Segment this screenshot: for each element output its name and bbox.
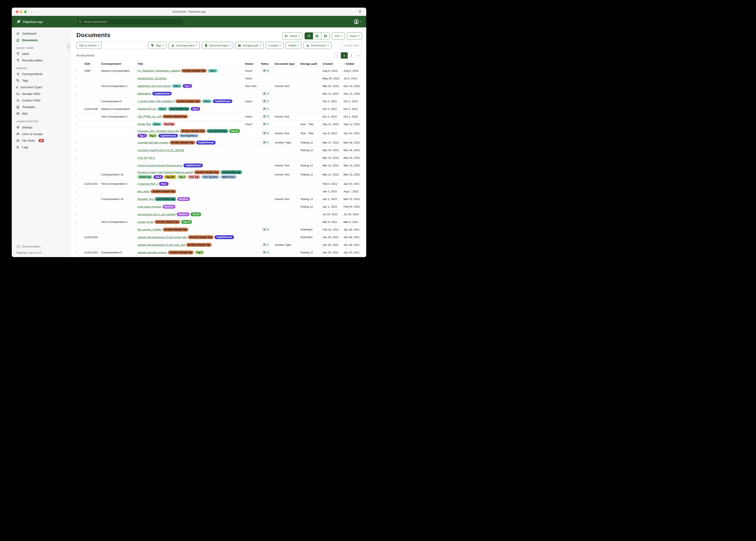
row-checkbox[interactable] [76,251,77,254]
tag-chip[interactable]: Tag 2 [159,182,169,186]
tag-chip[interactable]: Another Sample Tag [186,243,212,247]
storage-path-cell[interactable]: Testing 12 [300,205,322,208]
notes-badge[interactable]: 1 [261,140,271,145]
document-title-link[interactable]: simple txt file [137,221,154,224]
share-icon[interactable] [358,10,362,13]
notes-badge[interactable]: 4 [261,250,271,255]
row-checkbox[interactable] [76,221,77,224]
title-content-filter-input[interactable] [102,42,146,49]
sidebar-item-inbox[interactable]: Inbox [12,51,71,57]
row-checkbox[interactable] [76,100,77,103]
pagination-page-2[interactable]: 2 [348,52,355,59]
notes-badge[interactable]: 1 [261,92,271,96]
tag-chip[interactable]: Another Sample Tag [194,170,220,174]
correspondent-cell[interactable]: Correspondent 14 [101,173,137,176]
document-title-link[interactable]: 2011 BP Pie 2 [137,156,155,159]
tag-chip[interactable]: Just another tag [168,107,190,111]
document-title-link[interactable]: sample-pdf-download-10-mb-longer-title [137,236,187,239]
minimize-window-button[interactable] [20,11,22,13]
tag-chip[interactable]: Inbox [172,84,182,88]
column-header-notes[interactable]: Notes [261,62,274,65]
tag-chip[interactable]: TagWithPartial [152,92,172,96]
correspondent-cell[interactable]: Newest Correspondent [101,107,137,111]
tag-chip[interactable]: Tag 3 [148,134,157,138]
storage-path-cell[interactable]: Testing 12 [300,164,322,167]
storage-path-cell[interactable]: Testing 12 [300,173,322,176]
tag-chip[interactable]: Another Sample Tag [181,69,207,73]
document-title-link[interactable]: A Sample PDF 2 [137,182,158,185]
document-type-cell[interactable]: Another Type [275,243,299,247]
tag-chip[interactable]: NewOne [177,197,190,201]
tag-chip[interactable]: Another Sample Tag [188,235,213,239]
tag-chip[interactable]: Another Sample Tag [155,220,180,224]
tag-chip[interactable]: Tag 2 [154,175,163,179]
tag-chip[interactable]: Inbox [157,107,167,111]
sort-button[interactable]: Sort ▾ [332,32,345,39]
tag-chip[interactable]: Tag 12 [229,129,240,133]
column-header-title[interactable]: Title [137,62,244,65]
row-checkbox[interactable] [76,173,77,176]
sort-direction-icon[interactable]: ↑ [344,62,345,65]
user-menu[interactable]: ▾ [354,19,361,24]
notes-badge[interactable]: 1 [261,107,271,111]
notes-badge[interactable]: 5 [261,228,271,232]
column-header-added[interactable]: ↑Added [344,62,362,65]
sidebar-item-logs[interactable]: Logs [12,144,71,151]
correspondent-cell[interactable]: Newest Correspondent [101,69,137,72]
storage-path-cell[interactable]: Testing 12 [300,251,322,254]
tag-chip[interactable]: Tag 3 [177,175,187,179]
row-checkbox[interactable] [76,236,77,239]
document-title-link[interactable]: 1 Testing New Title Updated 2 [137,100,174,103]
correspondent-cell[interactable]: Correspondent 9 [101,251,137,254]
sidebar-item-settings[interactable]: ⚙Settings [12,124,71,131]
document-title-link[interactable]: tablerates2 [137,92,151,95]
browser-back-icon[interactable]: ‹ [31,10,32,14]
sidebar-collapse-button[interactable]: « [66,42,71,51]
row-checkbox[interactable] [76,69,77,72]
row-checkbox[interactable] [76,85,77,88]
sidebar-item-tags[interactable]: Tags [12,77,71,84]
tag-chip[interactable]: Test Tag New [201,175,219,179]
document-title-link[interactable]: test_letter [137,190,150,193]
row-checkbox[interactable] [76,132,77,135]
row-checkbox[interactable] [76,228,77,231]
tag-chip[interactable]: NewOne [177,212,189,216]
row-checkbox[interactable] [76,77,77,80]
row-checkbox[interactable] [76,156,77,159]
tag-chip[interactable]: Inbox [208,69,217,73]
column-header-owner[interactable]: Owner [245,62,260,65]
app-brand[interactable]: Paperless-ngx [12,19,71,24]
document-title-link[interactable]: sat-practice-test-1_pt2-collated [137,213,176,216]
view-mode-list-button[interactable] [305,33,313,39]
storage-path-cell[interactable]: Year - Title [300,132,322,135]
tag-chip[interactable]: Another Sample Tag [175,99,201,103]
permissions-filter-button[interactable]: Permissions ▾ [304,42,331,49]
document-title-link[interactable]: 2sample-pdf-with-images [137,141,169,144]
storage-path-cell[interactable]: Testing 12 [300,198,322,201]
tag-chip[interactable]: TagWithPartial [196,141,216,145]
sidebar-item-document-types[interactable]: #Document Types [12,84,71,91]
document-title-link[interactable]: ReadMe Test [137,198,154,201]
document-title-link[interactable]: sample-pdf-with-images [137,251,167,254]
notes-badge[interactable]: 1 [261,122,271,126]
tag-chip[interactable]: Tag 12 [190,212,201,216]
document-title-link[interactable]: 0004814539_20230531 [137,77,167,80]
tag-chip[interactable]: Test Tag [188,175,200,179]
tag-chip[interactable]: TagWithPartial [215,235,234,239]
correspondent-cell[interactable]: Test Correspondent 1 [101,221,137,224]
tag-chip[interactable]: Test Tag New 2 [179,134,199,138]
pagination-page-1[interactable]: 1 [341,52,348,59]
storage-path-cell[interactable]: Testing 12 [300,149,322,152]
document-type-filter-button[interactable]: Document type ▾ [202,42,233,49]
document-type-cell[interactable]: Another Type [275,141,299,144]
added-filter-button[interactable]: Added ▾ [286,42,301,49]
pagination-next[interactable]: » [355,52,362,59]
document-type-cell[interactable]: Invoice Test [275,85,299,88]
browser-forward-icon[interactable]: › [36,10,37,14]
correspondent-cell[interactable]: Test Correspondent 1 [101,115,137,118]
document-title-link[interactable]: H7_Napoleon_Bonaparte_zadanie [137,69,180,72]
view-mode-grid-button[interactable] [313,33,321,39]
tag-chip[interactable]: Another Sample Tag [170,141,195,145]
row-checkbox[interactable] [76,164,77,167]
tag-chip[interactable]: Another Sample Tag [162,115,188,119]
